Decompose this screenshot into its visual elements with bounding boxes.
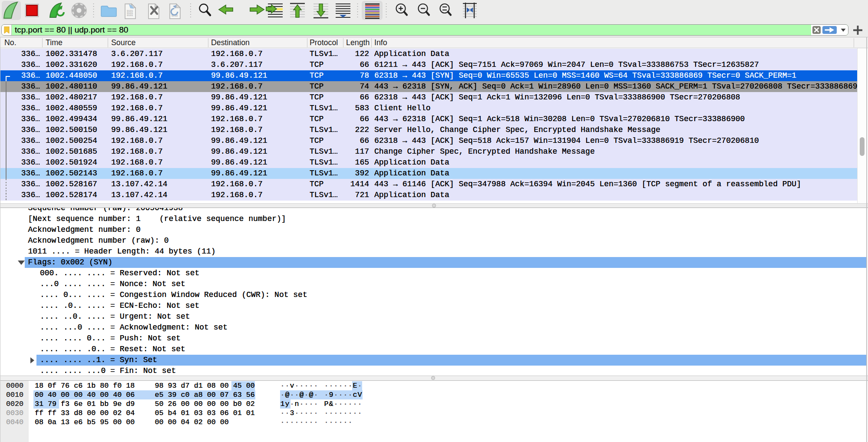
svg-text:0101: 0101 bbox=[127, 14, 133, 17]
